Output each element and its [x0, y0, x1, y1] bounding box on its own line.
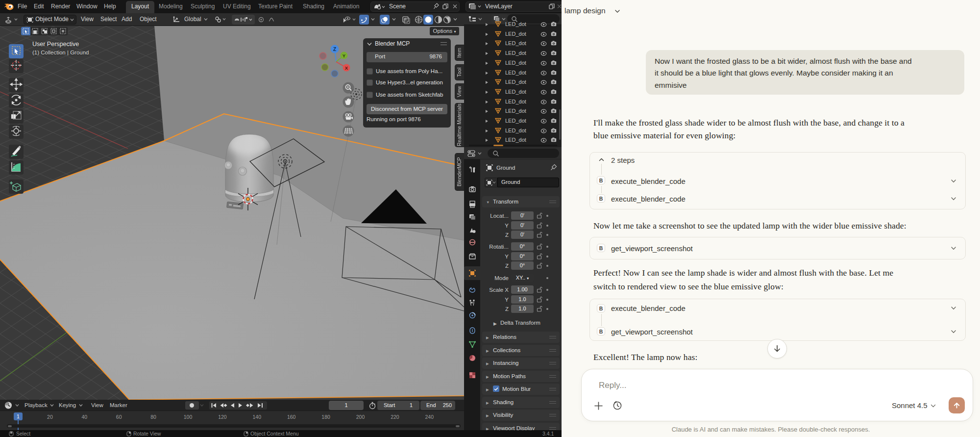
svg-text:Z: Z: [333, 47, 336, 52]
svg-text:X: X: [345, 65, 348, 71]
svg-text:Y: Y: [343, 53, 346, 58]
